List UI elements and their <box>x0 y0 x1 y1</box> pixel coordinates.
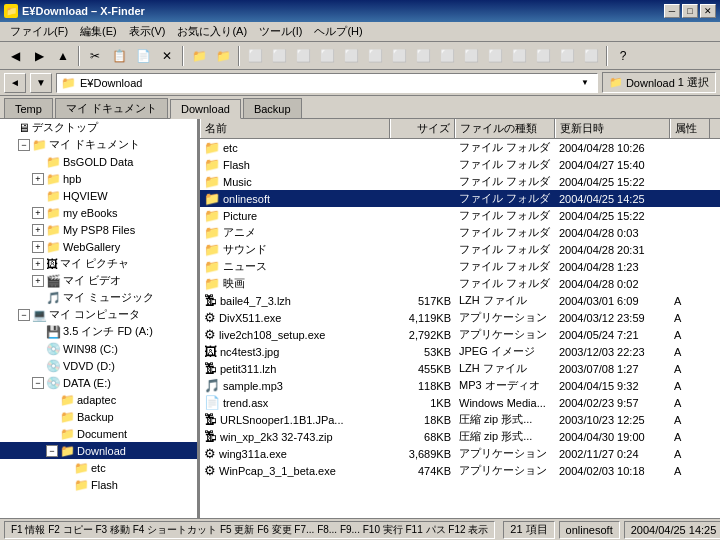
tree-expander-icon[interactable]: − <box>18 309 30 321</box>
tb-icon-10[interactable]: ⬜ <box>460 45 482 67</box>
address-back-button[interactable]: ◄ <box>4 73 26 93</box>
tb-icon-4[interactable]: ⬜ <box>316 45 338 67</box>
tree-item[interactable]: −💻マイ コンピュータ <box>0 306 197 323</box>
paste-button[interactable]: 📄 <box>132 45 154 67</box>
tree-expander-icon[interactable]: − <box>18 139 30 151</box>
tab-mydocuments[interactable]: マイ ドキュメント <box>55 98 168 118</box>
tree-item[interactable]: +📁WebGallery <box>0 238 197 255</box>
tree-expander-icon[interactable]: + <box>32 241 44 253</box>
file-row[interactable]: 🗜win_xp_2k3 32-743.zip68KB圧縮 zip 形式...20… <box>200 428 720 445</box>
cut-button[interactable]: ✂ <box>84 45 106 67</box>
file-row[interactable]: 📁onlinesoftファイル フォルダ2004/04/25 14:25 <box>200 190 720 207</box>
tree-item[interactable]: 📁HQVIEW <box>0 187 197 204</box>
address-dropdown-button[interactable]: ▼ <box>30 73 52 93</box>
tree-item[interactable]: 📁Flash <box>0 476 197 493</box>
tree-item[interactable]: 📁etc <box>0 459 197 476</box>
new-folder-button[interactable]: 📁 <box>212 45 234 67</box>
tree-expander-icon[interactable]: + <box>32 275 44 287</box>
copy-button[interactable]: 📋 <box>108 45 130 67</box>
menu-file[interactable]: ファイル(F) <box>4 22 74 41</box>
tree-expander-icon[interactable]: + <box>32 258 44 270</box>
file-row[interactable]: 📄trend.asx1KBWindows Media...2004/02/23 … <box>200 394 720 411</box>
tb-icon-13[interactable]: ⬜ <box>532 45 554 67</box>
file-row[interactable]: 📁映画ファイル フォルダ2004/04/28 0:02 <box>200 275 720 292</box>
tree-item[interactable]: +📁my eBooks <box>0 204 197 221</box>
tree-item[interactable]: −📁Download <box>0 442 197 459</box>
column-header-attr[interactable]: 属性 <box>670 119 710 138</box>
tree-item-icon: 💿 <box>46 376 61 390</box>
tab-download[interactable]: Download <box>170 99 241 119</box>
tb-icon-9[interactable]: ⬜ <box>436 45 458 67</box>
maximize-button[interactable]: □ <box>682 4 698 18</box>
menu-help[interactable]: ヘルプ(H) <box>308 22 368 41</box>
tree-item[interactable]: +📁My PSP8 Files <box>0 221 197 238</box>
menu-edit[interactable]: 編集(E) <box>74 22 123 41</box>
tree-item[interactable]: 📁adaptec <box>0 391 197 408</box>
file-row[interactable]: 📁Pictureファイル フォルダ2004/04/25 15:22 <box>200 207 720 224</box>
file-row[interactable]: 🖼nc4test3.jpg53KBJPEG イメージ2003/12/03 22:… <box>200 343 720 360</box>
file-row[interactable]: ⚙live2ch108_setup.exe2,792KBアプリケーション2004… <box>200 326 720 343</box>
help-button[interactable]: ? <box>612 45 634 67</box>
tree-expander-icon[interactable]: + <box>32 207 44 219</box>
tree-item[interactable]: +🎬マイ ビデオ <box>0 272 197 289</box>
address-input[interactable]: 📁 E¥Download ▼ <box>56 73 598 93</box>
up-button[interactable]: ▲ <box>52 45 74 67</box>
tree-item[interactable]: 🖥デスクトップ <box>0 119 197 136</box>
tree-item[interactable]: +🖼マイ ピクチャ <box>0 255 197 272</box>
tree-expander-icon[interactable]: − <box>32 377 44 389</box>
tb-icon-7[interactable]: ⬜ <box>388 45 410 67</box>
back-button[interactable]: ◀ <box>4 45 26 67</box>
tb-icon-11[interactable]: ⬜ <box>484 45 506 67</box>
tree-item[interactable]: 📁Backup <box>0 408 197 425</box>
minimize-button[interactable]: ─ <box>664 4 680 18</box>
file-row[interactable]: 🎵sample.mp3118KBMP3 オーディオ2004/04/15 9:32… <box>200 377 720 394</box>
tree-expander-icon[interactable]: − <box>46 445 58 457</box>
tree-item[interactable]: 💿VDVD (D:) <box>0 357 197 374</box>
tb-icon-15[interactable]: ⬜ <box>580 45 602 67</box>
tb-icon-8[interactable]: ⬜ <box>412 45 434 67</box>
file-row[interactable]: 📁サウンドファイル フォルダ2004/04/28 20:31 <box>200 241 720 258</box>
folder-button[interactable]: 📁 <box>188 45 210 67</box>
tree-item[interactable]: −📁マイ ドキュメント <box>0 136 197 153</box>
menu-tools[interactable]: ツール(I) <box>253 22 308 41</box>
file-row[interactable]: 📁Musicファイル フォルダ2004/04/25 15:22 <box>200 173 720 190</box>
tree-item[interactable]: 💾3.5 インチ FD (A:) <box>0 323 197 340</box>
file-row[interactable]: 📁etcファイル フォルダ2004/04/28 10:26 <box>200 139 720 156</box>
tree-item[interactable]: 📁Document <box>0 425 197 442</box>
file-row[interactable]: 🗜petit311.lzh455KBLZH ファイル2003/07/08 1:2… <box>200 360 720 377</box>
file-row[interactable]: ⚙WinPcap_3_1_beta.exe474KBアプリケーション2004/0… <box>200 462 720 479</box>
tb-icon-6[interactable]: ⬜ <box>364 45 386 67</box>
tab-temp[interactable]: Temp <box>4 98 53 118</box>
tree-item[interactable]: 📁BsGOLD Data <box>0 153 197 170</box>
file-row[interactable]: 🗜URLSnooper1.1B1.JPa...18KB圧縮 zip 形式...2… <box>200 411 720 428</box>
tb-icon-3[interactable]: ⬜ <box>292 45 314 67</box>
forward-button[interactable]: ▶ <box>28 45 50 67</box>
column-header-name[interactable]: 名前 <box>200 119 390 138</box>
column-header-size[interactable]: サイズ <box>390 119 455 138</box>
file-row[interactable]: 📁アニメファイル フォルダ2004/04/28 0:03 <box>200 224 720 241</box>
tree-expander-icon[interactable]: + <box>32 224 44 236</box>
tree-item[interactable]: 🎵マイ ミュージック <box>0 289 197 306</box>
file-row[interactable]: ⚙DivX511.exe4,119KBアプリケーション2004/03/12 23… <box>200 309 720 326</box>
tree-item[interactable]: −💿DATA (E:) <box>0 374 197 391</box>
tree-item[interactable]: 💿WIN98 (C:) <box>0 340 197 357</box>
tree-expander-icon[interactable]: + <box>32 173 44 185</box>
menu-favorites[interactable]: お気に入り(A) <box>171 22 253 41</box>
tb-icon-12[interactable]: ⬜ <box>508 45 530 67</box>
file-row[interactable]: 🗜baile4_7_3.lzh517KBLZH ファイル2004/03/01 6… <box>200 292 720 309</box>
tb-icon-5[interactable]: ⬜ <box>340 45 362 67</box>
close-button[interactable]: ✕ <box>700 4 716 18</box>
menu-view[interactable]: 表示(V) <box>123 22 172 41</box>
address-combo-dropdown[interactable]: ▼ <box>581 78 593 87</box>
tb-icon-2[interactable]: ⬜ <box>268 45 290 67</box>
delete-button[interactable]: ✕ <box>156 45 178 67</box>
tree-item[interactable]: +📁hpb <box>0 170 197 187</box>
column-header-date[interactable]: 更新日時 <box>555 119 670 138</box>
tb-icon-1[interactable]: ⬜ <box>244 45 266 67</box>
file-row[interactable]: 📁ニュースファイル フォルダ2004/04/28 1:23 <box>200 258 720 275</box>
file-row[interactable]: ⚙wing311a.exe3,689KBアプリケーション2002/11/27 0… <box>200 445 720 462</box>
file-row[interactable]: 📁Flashファイル フォルダ2004/04/27 15:40 <box>200 156 720 173</box>
tab-backup[interactable]: Backup <box>243 98 302 118</box>
column-header-type[interactable]: ファイルの種類 <box>455 119 555 138</box>
tb-icon-14[interactable]: ⬜ <box>556 45 578 67</box>
